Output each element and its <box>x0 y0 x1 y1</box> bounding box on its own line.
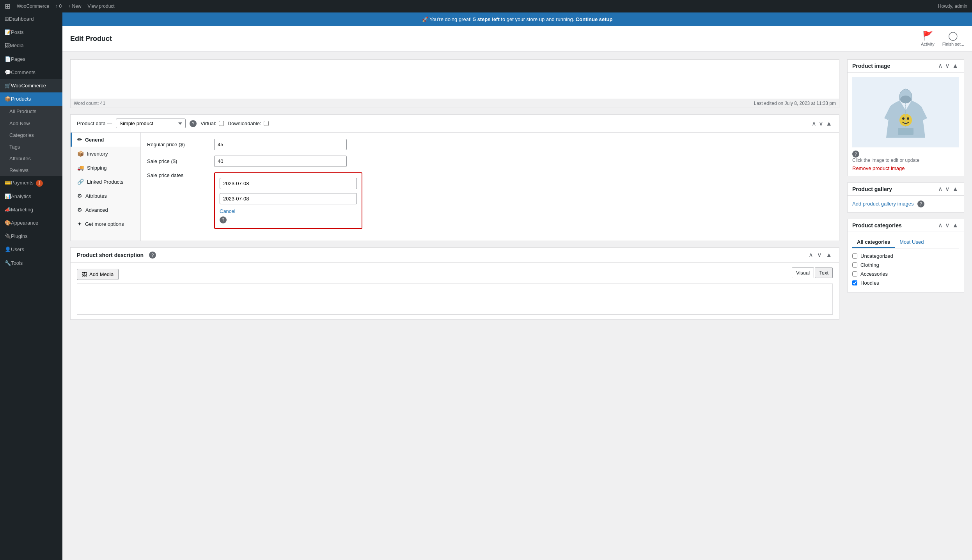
product-type-select[interactable]: Simple product Grouped product External/… <box>116 119 186 128</box>
admin-bar-howdy: Howdy, admin <box>938 4 967 9</box>
remove-product-image-link[interactable]: Remove product image <box>852 165 905 171</box>
product-categories-up[interactable]: ∧ <box>937 222 944 229</box>
text-tab[interactable]: Text <box>815 268 833 278</box>
category-clothing-checkbox[interactable] <box>852 262 857 268</box>
category-accessories-label[interactable]: Accessories <box>860 271 888 277</box>
tab-attributes[interactable]: ⚙ Attributes <box>71 189 140 203</box>
category-hoodies-checkbox[interactable] <box>852 280 857 285</box>
posts-icon: 📝 <box>5 29 11 36</box>
add-media-button[interactable]: 🖼 Add Media <box>77 269 119 280</box>
sale-price-input[interactable] <box>214 156 347 167</box>
tab-general[interactable]: ✏ General <box>71 133 140 147</box>
virtual-checkbox[interactable] <box>219 121 224 126</box>
tools-icon: 🔧 <box>5 260 11 267</box>
sidebar-item-categories[interactable]: Categories <box>0 129 62 141</box>
product-image-help-icon[interactable]: ? <box>852 151 859 158</box>
sidebar-item-dashboard[interactable]: ⊞ Dashboard <box>0 12 62 26</box>
product-categories-title: Product categories <box>852 222 935 229</box>
product-gallery-up[interactable]: ∧ <box>937 186 944 192</box>
sidebar-label-tools: Tools <box>11 260 23 267</box>
sale-date-to-field <box>220 193 357 204</box>
product-data-collapse: ∧ ∨ ▲ <box>811 121 833 127</box>
product-type-help-icon[interactable]: ? <box>190 120 197 127</box>
editor-content-area[interactable] <box>71 60 839 99</box>
sidebar-item-payments[interactable]: 💳 Payments 1 <box>0 176 62 190</box>
sidebar-item-tools[interactable]: 🔧 Tools <box>0 257 62 270</box>
short-desc-collapse-toggle[interactable]: ▲ <box>825 252 833 258</box>
setup-banner-link[interactable]: Continue setup <box>576 16 613 22</box>
product-image-help-row: ? <box>852 151 959 158</box>
admin-bar-woocommerce[interactable]: WooCommerce <box>17 4 49 9</box>
sidebar-item-attributes[interactable]: Attributes <box>0 153 62 165</box>
product-gallery-help-icon[interactable]: ? <box>917 200 924 207</box>
downloadable-checkbox[interactable] <box>264 121 269 126</box>
sidebar-item-media[interactable]: 🖼 Media <box>0 39 62 52</box>
sidebar-item-products[interactable]: 📦 Products <box>0 92 62 106</box>
svg-point-2 <box>902 117 905 120</box>
product-image-toggle[interactable]: ▲ <box>951 63 959 69</box>
sidebar-item-add-new[interactable]: Add New <box>0 118 62 129</box>
short-desc-collapse-up[interactable]: ∧ <box>808 252 814 258</box>
admin-bar-new[interactable]: + New <box>68 4 81 9</box>
tab-inventory[interactable]: 📦 Inventory <box>71 147 140 161</box>
add-gallery-images-link[interactable]: Add product gallery images <box>852 201 914 207</box>
category-clothing-label[interactable]: Clothing <box>860 262 879 268</box>
users-icon: 👤 <box>5 246 11 253</box>
tab-get-more-options[interactable]: ✦ Get more options <box>71 217 140 231</box>
short-desc-collapse-down[interactable]: ∨ <box>816 252 823 258</box>
sale-date-from-input[interactable] <box>220 178 357 189</box>
short-description-help-icon[interactable]: ? <box>149 252 156 259</box>
category-uncategorized-label[interactable]: Uncategorized <box>860 253 893 259</box>
product-categories-down[interactable]: ∨ <box>944 222 951 229</box>
regular-price-input[interactable] <box>214 139 347 150</box>
activity-button[interactable]: 🚩 Activity <box>921 31 935 46</box>
sale-dates-help-icon[interactable]: ? <box>220 216 227 223</box>
sidebar-item-tags[interactable]: Tags <box>0 141 62 153</box>
sale-price-row: Sale price ($) <box>147 156 833 167</box>
sale-date-to-input[interactable] <box>220 193 357 204</box>
collapse-down-button[interactable]: ∨ <box>818 121 824 127</box>
cancel-sale-dates-link[interactable]: Cancel <box>220 208 357 214</box>
product-image-preview[interactable] <box>852 77 959 147</box>
sidebar-item-analytics[interactable]: 📊 Analytics <box>0 190 62 203</box>
category-accessories-checkbox[interactable] <box>852 271 857 276</box>
sidebar-item-pages[interactable]: 📄 Pages <box>0 53 62 66</box>
tab-linked-products[interactable]: 🔗 Linked Products <box>71 175 140 189</box>
sidebar-label-all-products: All Products <box>9 108 36 115</box>
sidebar-item-appearance[interactable]: 🎨 Appearance <box>0 216 62 230</box>
visual-tab[interactable]: Visual <box>792 268 814 278</box>
sidebar-item-plugins[interactable]: 🔌 Plugins <box>0 230 62 243</box>
tab-advanced[interactable]: ⚙ Advanced <box>71 203 140 217</box>
product-categories-toggle[interactable]: ▲ <box>951 222 959 229</box>
product-gallery-down[interactable]: ∨ <box>944 186 951 192</box>
short-description-header: Product short description ? ∧ ∨ ▲ <box>71 248 839 263</box>
page-title: Edit Product <box>70 35 112 43</box>
tab-shipping[interactable]: 🚚 Shipping <box>71 161 140 175</box>
finish-setup-button[interactable]: ◯ Finish set... <box>942 31 964 46</box>
all-categories-tab[interactable]: All categories <box>852 237 895 248</box>
sidebar-item-posts[interactable]: 📝 Posts <box>0 26 62 39</box>
category-hoodies-label[interactable]: Hoodies <box>860 280 879 286</box>
admin-bar-updates[interactable]: ↑ 0 <box>55 4 62 9</box>
main-content: Word count: 41 Last edited on July 8, 20… <box>62 51 972 328</box>
sidebar-label-appearance: Appearance <box>11 220 38 227</box>
category-uncategorized-checkbox[interactable] <box>852 253 857 259</box>
sidebar-item-woocommerce[interactable]: 🛒 WooCommerce <box>0 79 62 92</box>
product-image-up[interactable]: ∧ <box>937 63 944 69</box>
collapse-toggle-button[interactable]: ▲ <box>825 121 833 127</box>
collapse-up-button[interactable]: ∧ <box>811 121 817 127</box>
sidebar-label-media: Media <box>10 42 23 49</box>
sidebar-item-marketing[interactable]: 📣 Marketing <box>0 203 62 216</box>
sidebar-item-reviews[interactable]: Reviews <box>0 165 62 176</box>
product-gallery-toggle[interactable]: ▲ <box>951 186 959 192</box>
admin-bar-view-product[interactable]: View product <box>88 4 115 9</box>
short-description-editor[interactable] <box>77 284 833 315</box>
wp-logo-icon[interactable]: ⊞ <box>5 2 11 11</box>
product-categories-metabox: Product categories ∧ ∨ ▲ All categories … <box>847 219 964 292</box>
sidebar-item-users[interactable]: 👤 Users <box>0 243 62 256</box>
add-media-icon: 🖼 <box>82 271 87 277</box>
product-image-down[interactable]: ∨ <box>944 63 951 69</box>
most-used-tab[interactable]: Most Used <box>895 237 928 248</box>
sidebar-item-comments[interactable]: 💬 Comments <box>0 66 62 79</box>
sidebar-item-all-products[interactable]: All Products <box>0 106 62 117</box>
